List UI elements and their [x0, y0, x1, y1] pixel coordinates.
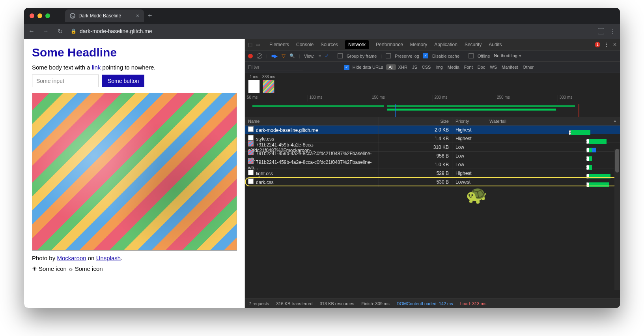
- type-pill-xhr[interactable]: XHR: [396, 64, 410, 70]
- close-window-icon[interactable]: [30, 13, 34, 18]
- device-icon[interactable]: ▭: [256, 42, 260, 47]
- filmstrip-thumb-2[interactable]: [263, 80, 274, 93]
- view-label: View:: [304, 54, 315, 58]
- new-tab-button[interactable]: +: [148, 12, 152, 20]
- tab-strip: Dark Mode Baseline × +: [65, 9, 152, 22]
- file-icon: [248, 141, 254, 146]
- offline-checkbox[interactable]: [469, 53, 474, 58]
- body-text: Some body text with a link pointing to n…: [32, 64, 237, 71]
- disable-cache-checkbox[interactable]: [423, 53, 428, 58]
- file-icon: [248, 170, 254, 175]
- view-frames-icon[interactable]: ⤢: [325, 53, 329, 58]
- group-by-frame-checkbox[interactable]: [338, 53, 343, 58]
- address-bar[interactable]: 🔒 dark-mode-baseline.glitch.me: [71, 28, 591, 34]
- tab-console[interactable]: Console: [296, 42, 314, 47]
- type-pill-ws[interactable]: WS: [487, 64, 499, 70]
- col-size[interactable]: Size: [379, 117, 452, 125]
- photo-credit: Photo by Mockaroon on Unsplash.: [32, 255, 237, 261]
- file-icon: [248, 150, 254, 155]
- network-filter-bar: Hide data URLs AllXHRJSCSSImgMediaFontDo…: [245, 62, 620, 73]
- table-header: Name Size Priority Waterfall: [245, 117, 620, 126]
- devtools-menu-icon[interactable]: ⋮: [604, 42, 609, 47]
- sun-outline-icon: ☼: [68, 266, 73, 272]
- some-button[interactable]: Some button: [102, 75, 144, 87]
- tab-audits[interactable]: Audits: [489, 42, 502, 47]
- tab-sources[interactable]: Sources: [321, 42, 338, 47]
- inspect-icon[interactable]: ⬚: [248, 42, 252, 47]
- col-priority[interactable]: Priority: [452, 117, 486, 125]
- hide-data-urls-checkbox[interactable]: [344, 65, 349, 70]
- type-pill-manifest[interactable]: Manifest: [499, 64, 521, 70]
- preserve-log-checkbox[interactable]: [386, 53, 391, 58]
- minimize-window-icon[interactable]: [37, 13, 42, 18]
- browser-menu-icon[interactable]: ⋮: [610, 28, 616, 35]
- search-icon[interactable]: 🔍: [289, 53, 295, 58]
- table-row[interactable]: light.css529 BHighest: [245, 169, 620, 178]
- credit-link-author[interactable]: Mockaroon: [57, 255, 86, 261]
- devtools-close-icon[interactable]: ✕: [613, 42, 617, 47]
- type-pill-js[interactable]: JS: [410, 64, 420, 70]
- tab-performance[interactable]: Performance: [376, 42, 403, 47]
- col-waterfall[interactable]: Waterfall: [486, 117, 620, 125]
- type-pill-all[interactable]: All: [386, 64, 396, 70]
- type-pill-font[interactable]: Font: [462, 64, 475, 70]
- table-row[interactable]: dark-mode-baseline.glitch.me2.0 KBHighes…: [245, 126, 620, 134]
- url-text: dark-mode-baseline.glitch.me: [80, 28, 152, 34]
- turtle-icon: 🐢: [466, 184, 487, 205]
- tab-network[interactable]: Network: [345, 40, 369, 49]
- type-pill-css[interactable]: CSS: [420, 64, 433, 70]
- tab-memory[interactable]: Memory: [410, 42, 427, 47]
- browser-toolbar: ← → ↻ 🔒 dark-mode-baseline.glitch.me ⋮: [24, 24, 620, 39]
- tab-elements[interactable]: Elements: [269, 42, 289, 47]
- browser-window: Dark Mode Baseline × + ← → ↻ 🔒 dark-mode…: [24, 8, 620, 308]
- lock-icon: 🔒: [71, 28, 77, 34]
- browser-tab[interactable]: Dark Mode Baseline ×: [65, 9, 144, 22]
- filmstrip-thumb-1[interactable]: [248, 80, 260, 93]
- filter-icon[interactable]: ▽: [282, 53, 286, 59]
- screenshot-icon[interactable]: ■▶: [271, 53, 278, 59]
- type-pill-doc[interactable]: Doc: [475, 64, 488, 70]
- tab-application[interactable]: Application: [434, 42, 457, 47]
- tab-title: Dark Mode Baseline: [78, 13, 121, 19]
- error-count-badge[interactable]: 1: [595, 42, 600, 47]
- view-large-icon[interactable]: ≡: [319, 54, 321, 58]
- network-toolbar: | ■▶ ▽ 🔍 | View: ≡ ⤢ | Group by frame | …: [245, 51, 620, 62]
- back-button[interactable]: ←: [28, 28, 35, 35]
- throttling-select[interactable]: No throttling: [494, 53, 521, 58]
- table-row[interactable]: 791b2241-459b-4a2e-8cca-c0fdc21f0487%2Fb…: [245, 160, 620, 169]
- timeline-overview[interactable]: 50 ms100 ms150 ms200 ms250 ms300 ms: [245, 95, 620, 117]
- col-name[interactable]: Name: [245, 117, 379, 125]
- filmstrip: 1 ms 338 ms: [245, 73, 620, 95]
- clear-icon[interactable]: [257, 53, 262, 59]
- reload-button[interactable]: ↻: [56, 28, 63, 35]
- photo-image: [32, 93, 237, 251]
- credit-link-site[interactable]: Unsplash: [96, 255, 121, 261]
- table-row[interactable]: dark.css530 BLowest: [245, 178, 620, 186]
- icons-line: ☀ Some icon ☼ Some icon: [32, 265, 237, 272]
- tab-security[interactable]: Security: [465, 42, 482, 47]
- titlebar: Dark Mode Baseline × +: [24, 8, 620, 24]
- page-content: Some Headline Some body text with a link…: [24, 39, 245, 308]
- body-link[interactable]: link: [92, 64, 101, 71]
- file-icon: [248, 126, 254, 132]
- type-pill-media[interactable]: Media: [445, 64, 462, 70]
- type-filter-pills: AllXHRJSCSSImgMediaFontDocWSManifestOthe…: [386, 65, 536, 69]
- type-pill-img[interactable]: Img: [433, 64, 445, 70]
- globe-icon: [70, 13, 75, 19]
- type-pill-other[interactable]: Other: [521, 64, 536, 70]
- file-icon: [248, 178, 254, 184]
- filter-input[interactable]: [248, 63, 303, 71]
- page-headline: Some Headline: [32, 46, 237, 59]
- forward-button: →: [42, 28, 49, 35]
- devtools-panel: ⬚ ▭ Elements Console Sources Network Per…: [245, 39, 620, 308]
- record-icon[interactable]: [248, 54, 253, 58]
- some-input[interactable]: [32, 75, 99, 87]
- maximize-window-icon[interactable]: [45, 13, 50, 18]
- file-icon: [248, 158, 254, 164]
- profile-icon[interactable]: [598, 28, 604, 34]
- network-status-bar: 7 requests 316 KB transferred 313 KB res…: [245, 298, 620, 308]
- network-table: Name Size Priority Waterfall dark-mode-b…: [245, 117, 620, 298]
- tab-close-icon[interactable]: ×: [136, 13, 139, 19]
- scrollbar[interactable]: [614, 149, 620, 290]
- devtools-tabs: ⬚ ▭ Elements Console Sources Network Per…: [245, 39, 620, 51]
